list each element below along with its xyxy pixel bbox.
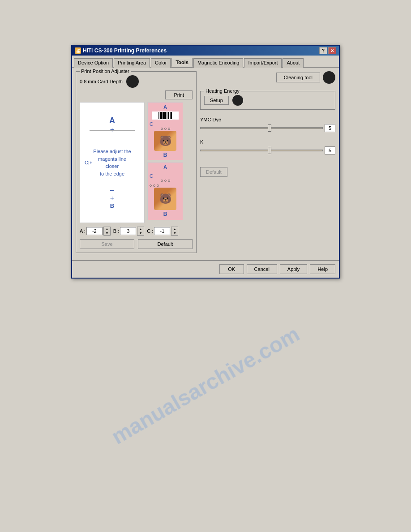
card-text: Please adjust the magenta line closer to…: [93, 148, 131, 177]
window-title: HiTi CS-300 Printing Preferences: [83, 47, 167, 54]
card-depth-label: 0.8 mm Card Depth: [80, 79, 123, 84]
spinner-c-group: C : ▲ ▼: [147, 227, 178, 236]
ymc-dye-track[interactable]: [200, 127, 323, 129]
k-group: K: [200, 139, 335, 154]
tab-import-export[interactable]: Import/Export: [244, 58, 282, 68]
tab-printing-area[interactable]: Printing Area: [114, 58, 150, 68]
title-bar: 🖨 HiTi CS-300 Printing Preferences ? ✕: [72, 46, 339, 56]
spinner-a-up[interactable]: ▲: [104, 227, 110, 231]
title-bar-controls: ? ✕: [319, 47, 336, 54]
title-bar-left: 🖨 HiTi CS-300 Printing Preferences: [75, 47, 167, 54]
spinners-row: A : ▲ ▼ B : ▲ ▼: [80, 227, 193, 236]
strip-bottom-c-label: C: [150, 173, 153, 179]
k-slider-row: [200, 146, 335, 154]
spinner-b-group: B : ▲ ▼: [113, 227, 144, 236]
default-right-button[interactable]: Default: [200, 167, 227, 177]
cleaning-tool-button[interactable]: Cleaning tool: [276, 73, 320, 82]
setup-row: Setup: [204, 95, 331, 106]
dots-row-bottom: [161, 180, 170, 182]
spinner-b-arrows: ▲ ▼: [137, 227, 144, 236]
spinner-a-group: A : ▲ ▼: [80, 227, 111, 236]
heating-energy-group: Heating Energy Setup: [200, 91, 335, 110]
content-area: Print Position Adjuster 0.8 mm Card Dept…: [72, 68, 339, 260]
print-position-label: Print Position Adjuster: [80, 69, 131, 74]
tab-device-option[interactable]: Device Option: [74, 58, 113, 68]
setup-circle-button[interactable]: [232, 95, 243, 106]
barcode-lines: [158, 112, 172, 119]
bear-image-bottom: 🐻: [154, 188, 176, 210]
main-window: 🖨 HiTi CS-300 Printing Preferences ? ✕ D…: [71, 45, 340, 279]
card-plus: +: [110, 126, 114, 134]
spinner-b-up[interactable]: ▲: [137, 227, 144, 231]
k-track[interactable]: [200, 150, 323, 151]
print-button[interactable]: Print: [165, 90, 193, 99]
k-value[interactable]: [325, 146, 335, 154]
spinner-c-label: C :: [147, 228, 153, 234]
dots-row-top: [161, 128, 170, 130]
spinner-b-down[interactable]: ▼: [137, 231, 144, 235]
k-label: K: [200, 139, 335, 145]
strip-bottom: A C: [147, 162, 183, 220]
window-icon: 🖨: [75, 47, 81, 54]
strip-top: A: [147, 102, 183, 160]
close-button[interactable]: ✕: [328, 47, 336, 54]
bear-image-top: 🐻: [154, 131, 176, 151]
card-depth-row: 0.8 mm Card Depth: [80, 75, 193, 88]
ymc-dye-value[interactable]: [325, 124, 335, 132]
ymc-dye-label: YMC Dye: [200, 117, 335, 122]
strip-top-c-label: C: [150, 121, 153, 127]
bottom-buttons: OK Cancel Apply Help: [72, 260, 339, 278]
watermark: manualsarchive.com: [107, 322, 304, 449]
save-button[interactable]: Save: [80, 239, 134, 249]
save-default-row: Save Default: [80, 239, 193, 249]
tab-tools[interactable]: Tools: [171, 58, 193, 67]
card-top-letter: A: [109, 116, 115, 125]
ymc-dye-slider-row: [200, 124, 335, 132]
c-marker: C|+: [85, 160, 92, 165]
card-preview: A + Please adjust the magenta line close…: [80, 102, 145, 223]
strip-bottom-dots2-row: [150, 184, 181, 188]
spinner-a-label: A :: [80, 228, 86, 234]
spinner-a-arrows: ▲ ▼: [103, 227, 111, 236]
strip-bottom-b-label: B: [163, 211, 167, 217]
print-row: Print: [80, 90, 193, 99]
spinner-c-up[interactable]: ▲: [171, 227, 178, 231]
strip-top-a-label: A: [163, 104, 167, 111]
strip-bottom-c-row: C: [150, 172, 181, 179]
card-depth-button[interactable]: [126, 75, 139, 88]
cleaning-row: Cleaning tool: [200, 71, 335, 84]
cancel-button[interactable]: Cancel: [247, 264, 277, 274]
card-divider: [90, 130, 134, 131]
spinner-c-down[interactable]: ▼: [171, 231, 178, 235]
tab-magnetic-encoding[interactable]: Magnetic Encoding: [193, 58, 244, 68]
strip-bottom-a-label: A: [163, 164, 167, 171]
default-left-button[interactable]: Default: [138, 239, 193, 249]
strip-top-b-label: B: [163, 152, 167, 158]
barcode-area-top: [152, 112, 179, 120]
spinner-c-arrows: ▲ ▼: [171, 227, 178, 236]
spinner-c-input[interactable]: [154, 227, 170, 235]
help-button[interactable]: Help: [310, 264, 335, 274]
strip-top-c-row: C: [150, 120, 181, 127]
spinner-b-input[interactable]: [120, 227, 136, 235]
card-bottom: – + B: [110, 186, 114, 209]
tab-color[interactable]: Color: [151, 58, 171, 68]
spinner-b-label: B :: [113, 228, 119, 234]
ymc-dye-thumb[interactable]: [268, 124, 271, 132]
k-thumb[interactable]: [268, 147, 271, 154]
strip-column: A: [147, 102, 183, 223]
main-layout: Print Position Adjuster 0.8 mm Card Dept…: [76, 71, 335, 257]
print-position-group: Print Position Adjuster 0.8 mm Card Dept…: [76, 71, 197, 253]
heating-energy-label: Heating Energy: [204, 88, 241, 94]
help-titlebar-button[interactable]: ?: [319, 47, 327, 54]
spinner-a-down[interactable]: ▼: [104, 231, 110, 235]
ok-button[interactable]: OK: [219, 264, 244, 274]
left-panel: Print Position Adjuster 0.8 mm Card Dept…: [76, 71, 197, 257]
tab-about[interactable]: About: [283, 58, 304, 68]
setup-button[interactable]: Setup: [204, 96, 229, 105]
apply-button[interactable]: Apply: [280, 264, 308, 274]
cleaning-circle-button[interactable]: [323, 71, 335, 84]
ymc-dye-group: YMC Dye: [200, 117, 335, 132]
preview-area: A + Please adjust the magenta line close…: [80, 102, 193, 223]
spinner-a-input[interactable]: [86, 227, 103, 235]
